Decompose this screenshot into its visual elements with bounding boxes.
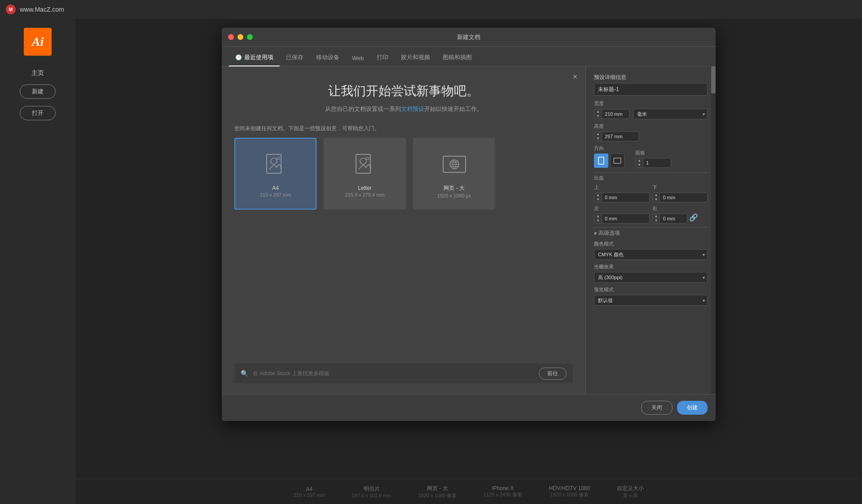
bleed-grid: 上 ▲ ▼ 下 — [594, 184, 708, 224]
color-mode-select[interactable]: CMYK 颜色 RGB 颜色 — [594, 249, 708, 260]
svg-point-3 — [271, 158, 277, 164]
width-input[interactable] — [602, 110, 629, 118]
landscape-button[interactable] — [610, 153, 625, 168]
bleed-bottom-spinner: ▲ ▼ — [652, 193, 708, 202]
close-traffic-light[interactable] — [228, 34, 234, 40]
height-spinner: ▲ ▼ — [594, 131, 639, 141]
bleed-bottom-input[interactable] — [660, 193, 687, 202]
preview-label: 预览模式 — [594, 286, 708, 293]
bleed-right-spinner: ▲ ▼ — [652, 214, 688, 224]
dialog-footer: 关闭 创建 — [222, 394, 716, 421]
tab-web-label: Web — [352, 55, 364, 61]
panels-increment-button[interactable]: ▲ — [636, 158, 643, 163]
bleed-left-spinner: ▲ ▼ — [594, 214, 650, 224]
close-dialog-x-button[interactable]: × — [572, 73, 577, 81]
bleed-top-decrement[interactable]: ▼ — [594, 197, 602, 202]
bleed-top-input[interactable] — [602, 193, 629, 202]
height-label: 高度 — [594, 123, 708, 130]
direction-label: 方向 — [594, 145, 625, 152]
panels-decrement-button[interactable]: ▼ — [636, 163, 643, 167]
stock-search-input[interactable] — [253, 370, 534, 377]
width-increment-button[interactable]: ▲ — [594, 110, 602, 114]
panels-label: 面板 — [635, 149, 671, 156]
tab-film-label: 胶片和视频 — [401, 53, 430, 61]
advanced-options-toggle[interactable]: ▾ 高级选项 — [594, 229, 708, 237]
tab-mobile[interactable]: 移动设备 — [310, 53, 346, 66]
template-card-web-large[interactable]: 网页 - 大 1920 x 1080 px — [413, 138, 495, 210]
width-unit-select[interactable]: 毫米 像素 厘米 — [633, 109, 708, 119]
new-button[interactable]: 新建 — [20, 84, 56, 99]
traffic-lights — [228, 34, 253, 40]
tab-art[interactable]: 图稿和插图 — [436, 53, 478, 66]
scrollbar-thumb[interactable] — [711, 66, 716, 93]
tab-saved[interactable]: 已保存 — [280, 53, 310, 66]
height-spinner-buttons: ▲ ▼ — [594, 132, 602, 141]
panels-spinner-buttons: ▲ ▼ — [636, 158, 643, 167]
doc-presets-link[interactable]: 文档预设 — [401, 105, 424, 112]
maximize-traffic-light[interactable] — [247, 34, 253, 40]
height-increment-button[interactable]: ▲ — [594, 132, 602, 136]
top-bar: M www.MacZ.com — [0, 0, 862, 19]
bleed-bottom-decrement[interactable]: ▼ — [653, 197, 660, 202]
height-decrement-button[interactable]: ▼ — [594, 136, 602, 141]
tab-web[interactable]: Web — [346, 55, 370, 66]
bleed-top-increment[interactable]: ▲ — [594, 193, 602, 197]
bleed-left-increment[interactable]: ▲ — [594, 214, 602, 219]
bleed-right-input[interactable] — [660, 214, 687, 223]
chain-link-icon[interactable]: 🔗 — [689, 213, 698, 222]
svg-rect-13 — [598, 157, 604, 164]
chevron-down-icon: ▾ — [594, 230, 597, 237]
scrollbar-track[interactable] — [711, 66, 716, 394]
portrait-button[interactable] — [594, 153, 608, 168]
tab-print-label: 打印 — [377, 53, 388, 61]
bleed-left-buttons: ▲ ▼ — [594, 214, 602, 223]
bleed-bottom-increment[interactable]: ▲ — [653, 193, 660, 197]
bleed-right-decrement[interactable]: ▼ — [653, 219, 660, 223]
raster-select[interactable]: 高 (300ppi) 中 (150ppi) 低 (72ppi) — [594, 272, 708, 283]
tab-recent-label: 最近使用项 — [244, 53, 273, 61]
bleed-left-input[interactable] — [602, 214, 629, 223]
width-label: 宽度 — [594, 100, 708, 107]
template-letter-size: 215.9 x 279.4 mm — [345, 192, 384, 197]
bleed-right-increment[interactable]: ▲ — [653, 214, 660, 219]
no-docs-notice: 您尚未创建任何文档。下面是一些预设创意，可帮助您入门。 — [234, 125, 573, 132]
color-mode-field: 颜色模式 CMYK 颜色 RGB 颜色 ▾ — [594, 241, 708, 260]
open-button[interactable]: 打开 — [20, 106, 56, 120]
tab-film[interactable]: 胶片和视频 — [395, 53, 436, 66]
template-card-a4[interactable]: A4 210 x 297 mm — [234, 138, 317, 210]
document-name-input[interactable] — [594, 83, 708, 96]
tab-saved-label: 已保存 — [286, 53, 303, 61]
tab-recent[interactable]: 🕐 最近使用项 — [229, 53, 280, 66]
bleed-bottom-field: 下 ▲ ▼ — [652, 184, 708, 202]
new-document-dialog: 新建文档 🕐 最近使用项 已保存 移动设备 Web 打印 胶片和视频 — [222, 28, 716, 421]
dialog-right-panel: 预设详细信息 宽度 ▲ ▼ — [585, 66, 716, 394]
bleed-right-label: 右 — [652, 205, 688, 212]
preview-wrapper: 默认值 像素 ▾ — [594, 295, 708, 306]
bleed-top-field: 上 ▲ ▼ — [594, 184, 650, 202]
welcome-subtitle: 从您自己的文档设置或一系列文档预设开始以快速开始工作。 — [234, 105, 573, 113]
welcome-title: 让我们开始尝试新事物吧。 — [234, 83, 573, 100]
dialog-overlay: 新建文档 🕐 最近使用项 已保存 移动设备 Web 打印 胶片和视频 — [75, 19, 862, 504]
template-card-letter[interactable]: Letter 215.9 x 279.4 mm — [324, 138, 406, 210]
width-spinner-buttons: ▲ ▼ — [594, 110, 602, 118]
create-button[interactable]: 创建 — [677, 401, 708, 415]
clock-icon: 🕐 — [235, 54, 242, 61]
dialog-body: × 让我们开始尝试新事物吧。 从您自己的文档设置或一系列文档预设开始以快速开始工… — [222, 66, 716, 394]
template-web-large-size: 1920 x 1080 px — [437, 193, 471, 198]
panels-input[interactable] — [643, 158, 670, 167]
template-letter-name: Letter — [358, 185, 372, 191]
close-button[interactable]: 关闭 — [641, 401, 673, 415]
svg-point-4 — [277, 157, 280, 160]
goto-stock-button[interactable]: 前往 — [539, 368, 567, 380]
minimize-traffic-light[interactable] — [237, 34, 243, 40]
dialog-left-panel: × 让我们开始尝试新事物吧。 从您自己的文档设置或一系列文档预设开始以快速开始工… — [222, 66, 585, 394]
raster-wrapper: 高 (300ppi) 中 (150ppi) 低 (72ppi) ▾ — [594, 272, 708, 283]
height-input[interactable] — [602, 132, 629, 141]
panel-height-field: 高度 ▲ ▼ — [594, 123, 708, 141]
panel-content: 预设详细信息 宽度 ▲ ▼ — [594, 74, 708, 387]
width-decrement-button[interactable]: ▼ — [594, 114, 602, 118]
tab-print[interactable]: 打印 — [370, 53, 395, 66]
bleed-left-decrement[interactable]: ▼ — [594, 219, 602, 223]
preview-select[interactable]: 默认值 像素 — [594, 295, 708, 306]
template-letter-icon — [349, 150, 381, 181]
